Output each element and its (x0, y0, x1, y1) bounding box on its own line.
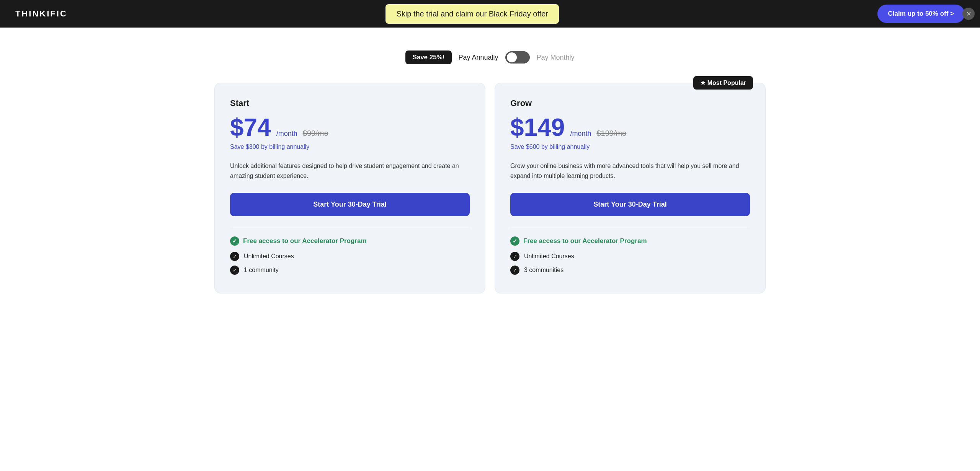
start-trial-button-grow[interactable]: Start Your 30-Day Trial (510, 193, 750, 216)
plan-divider-start (230, 227, 470, 227)
logo: THINKIFIC (15, 9, 67, 19)
plan-price-original-start: $99/mo (303, 129, 328, 138)
plan-save-text-start: Save $300 by billing annually (230, 143, 470, 150)
plan-save-text-grow: Save $600 by billing annually (510, 143, 750, 150)
plan-price-per-start: /month (276, 130, 297, 138)
feature-text-grow-1: 3 communities (524, 267, 564, 274)
plan-price-start: $74 (230, 115, 271, 140)
accelerator-feature-grow: ✓ Free access to our Accelerator Program (510, 236, 750, 246)
feature-check-start-0: ✓ (230, 252, 239, 261)
feature-unlimited-courses-start: ✓ Unlimited Courses (230, 252, 470, 261)
plan-price-grow: $149 (510, 115, 565, 140)
toggle-knob (507, 52, 517, 62)
plan-description-grow: Grow your online business with more adva… (510, 161, 750, 181)
feature-text-start-1: 1 community (244, 267, 279, 274)
plans-grid: Start $74 /month $99/mo Save $300 by bil… (214, 83, 766, 293)
save-badge: Save 25%! (405, 51, 451, 64)
plan-price-row-grow: $149 /month $199/mo (510, 115, 750, 140)
plan-name-start: Start (230, 98, 470, 108)
plan-description-start: Unlock additional features designed to h… (230, 161, 470, 181)
feature-text-grow-0: Unlimited Courses (524, 253, 574, 260)
feature-unlimited-courses-grow: ✓ Unlimited Courses (510, 252, 750, 261)
accelerator-label-start: Free access to our Accelerator Program (243, 237, 367, 245)
billing-toggle-row: Save 25%! Pay Annually Pay Monthly (15, 51, 965, 64)
plan-name-grow: Grow (510, 98, 750, 108)
main-content: Save 25%! Pay Annually Pay Monthly Start… (0, 28, 980, 309)
accelerator-feature-start: ✓ Free access to our Accelerator Program (230, 236, 470, 246)
plan-card-start: Start $74 /month $99/mo Save $300 by bil… (214, 83, 485, 293)
accelerator-check-start: ✓ (230, 236, 239, 246)
feature-community-start: ✓ 1 community (230, 266, 470, 275)
feature-text-start-0: Unlimited Courses (244, 253, 294, 260)
claim-offer-button[interactable]: Claim up to 50% off > (877, 5, 965, 23)
feature-check-grow-0: ✓ (510, 252, 519, 261)
plan-price-row-start: $74 /month $99/mo (230, 115, 470, 140)
feature-check-start-1: ✓ (230, 266, 239, 275)
pay-monthly-label: Pay Monthly (537, 54, 575, 62)
close-icon: ✕ (966, 10, 971, 18)
plan-price-original-grow: $199/mo (596, 129, 626, 138)
plan-price-per-grow: /month (570, 130, 591, 138)
navbar: THINKIFIC Skip the trial and claim our B… (0, 0, 980, 28)
pay-annually-label: Pay Annually (459, 54, 498, 62)
accelerator-check-grow: ✓ (510, 236, 519, 246)
close-banner-button[interactable]: ✕ (962, 8, 975, 20)
accelerator-label-grow: Free access to our Accelerator Program (523, 237, 647, 245)
start-trial-button-start[interactable]: Start Your 30-Day Trial (230, 193, 470, 216)
feature-communities-grow: ✓ 3 communities (510, 266, 750, 275)
plan-divider-grow (510, 227, 750, 227)
billing-toggle[interactable] (505, 51, 530, 64)
promo-banner: Skip the trial and claim our Black Frida… (385, 4, 559, 24)
plan-card-grow: ★ Most Popular Grow $149 /month $199/mo … (495, 83, 766, 293)
most-popular-badge: ★ Most Popular (693, 76, 753, 90)
feature-check-grow-1: ✓ (510, 266, 519, 275)
